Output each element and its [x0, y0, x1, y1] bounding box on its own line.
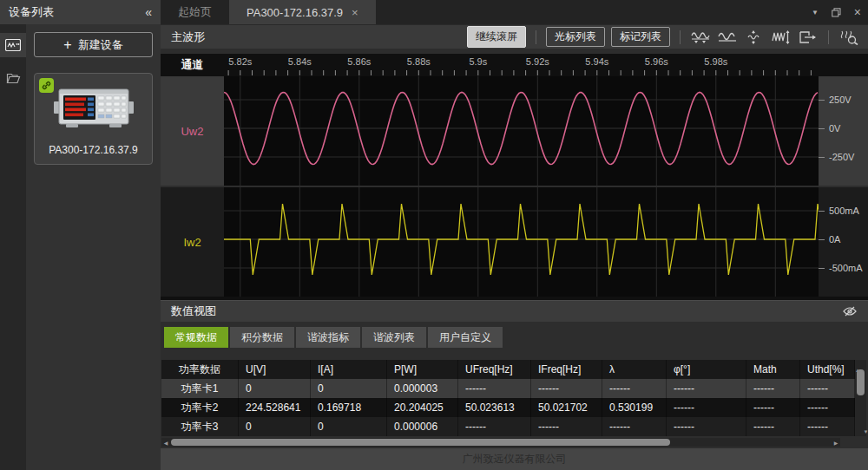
channel-label-iw2[interactable]: Iw2 — [161, 187, 224, 297]
window-menu-dropdown-icon[interactable]: ▼ — [812, 9, 819, 16]
hide-panel-eye-icon[interactable] — [842, 305, 858, 317]
window-restore-icon[interactable] — [832, 8, 841, 17]
numeric-tab-谐波列表[interactable]: 谐波列表 — [362, 327, 426, 348]
wave-zoom-icon[interactable] — [838, 29, 859, 45]
table-row-功率卡2[interactable]: 功率卡2224.5286410.16971820.20402550.023613… — [161, 398, 855, 417]
numeric-tab-积分数据[interactable]: 积分数据 — [230, 327, 294, 348]
horizontal-scrollbar-thumb[interactable] — [171, 439, 670, 446]
toolbar-separator — [680, 30, 681, 44]
column-header[interactable]: IFreq[Hz] — [531, 360, 602, 379]
column-header[interactable]: λ — [602, 360, 667, 379]
new-device-button[interactable]: + 新建设备 — [34, 32, 153, 57]
table-cell: 50.023613 — [458, 398, 531, 417]
status-bar: 广州致远仪器有限公司 — [161, 448, 868, 470]
tab-device-pa300[interactable]: PA300-172.16.37.9 × — [229, 0, 376, 24]
sidebar-icon-strip — [0, 24, 26, 470]
table-cell: 0 — [311, 379, 387, 398]
table-cell: ------ — [458, 379, 531, 398]
numeric-tab-谐波指标[interactable]: 谐波指标 — [296, 327, 360, 348]
device-list-panel: 设备列表 « + 新建设备 — [0, 0, 161, 470]
scale-tick-label: 500mA — [829, 206, 859, 216]
scale-tick-mark — [819, 100, 825, 101]
cursor-list-button[interactable]: 光标列表 — [546, 27, 605, 47]
table-cell: 功率卡1 — [161, 379, 239, 398]
plus-icon: + — [63, 38, 71, 52]
scale-tick-label: -500mA — [829, 263, 863, 273]
column-header[interactable]: φ[°] — [667, 360, 746, 379]
channel-plot-uw2[interactable] — [224, 76, 819, 186]
table-cell: ------ — [602, 417, 667, 436]
table-cell: 20.204025 — [387, 398, 458, 417]
channel-plot-iw2[interactable] — [224, 187, 819, 297]
device-card[interactable]: PA300-172.16.37.9 — [34, 73, 153, 165]
collapse-sidebar-icon[interactable]: « — [145, 5, 152, 19]
scroll-right-arrow[interactable]: ▶ — [832, 440, 840, 446]
vertical-scrollbar-thumb[interactable] — [857, 369, 865, 395]
device-image — [52, 84, 135, 134]
tab-close-icon[interactable]: × — [352, 6, 358, 19]
scroll-left-arrow[interactable]: ◀ — [161, 440, 170, 446]
column-header[interactable]: Uthd[%] — [800, 360, 855, 379]
waveform-toolbar: 主波形 继续滚屏 光标列表 标记列表 — [161, 24, 868, 49]
column-header[interactable]: U[V] — [239, 360, 311, 379]
wave-compress-horizontal-icon[interactable] — [771, 29, 792, 45]
numeric-tab-用户自定义[interactable]: 用户自定义 — [428, 327, 503, 348]
time-ruler-ticks — [161, 54, 868, 76]
time-tick-label: 5.9s — [469, 56, 487, 67]
channel-scale-iw2: 500mA0A-500mA — [819, 187, 868, 297]
scroll-down-arrow[interactable]: ▼ — [860, 428, 868, 436]
table-cell: ------ — [800, 398, 855, 417]
scale-tick-label: 0V — [829, 123, 840, 134]
export-icon[interactable] — [798, 29, 819, 45]
table-cell: ------ — [800, 379, 855, 398]
numeric-view-title: 数值视图 — [171, 304, 216, 319]
column-header[interactable]: 功率数据 — [161, 360, 239, 379]
device-list-title: 设备列表 — [9, 4, 54, 20]
column-header[interactable]: Math — [746, 360, 800, 379]
numeric-tab-常规数据[interactable]: 常规数据 — [164, 327, 228, 348]
scale-tick-label: -250V — [829, 152, 854, 162]
folder-icon[interactable] — [0, 66, 26, 90]
table-cell: 0.169718 — [311, 398, 387, 417]
table-cell: 224.528641 — [239, 398, 311, 417]
table-cell: 功率卡2 — [161, 398, 239, 417]
table-cell: 0 — [311, 417, 387, 436]
scale-tick-label: 250V — [829, 95, 852, 105]
device-name: PA300-172.16.37.9 — [35, 144, 152, 156]
scale-tick-mark — [819, 239, 825, 240]
wave-view-icon[interactable] — [717, 29, 738, 45]
waveform-monitor-icon[interactable] — [0, 33, 26, 57]
table-header-row: 功率数据U[V]I[A]P[W]UFreq[Hz]IFreq[Hz]λφ[°]M… — [161, 360, 855, 379]
time-tick-label: 5.98s — [704, 56, 727, 67]
time-tick-label: 5.84s — [288, 56, 312, 67]
time-tick-label: 5.86s — [347, 56, 371, 67]
table-row-功率卡3[interactable]: 功率卡3000.000006--------------------------… — [161, 417, 855, 436]
toolbar-separator — [536, 30, 536, 44]
marker-list-button[interactable]: 标记列表 — [611, 27, 670, 47]
table-cell: 0.000003 — [387, 379, 458, 398]
continue-scroll-button[interactable]: 继续滚屏 — [467, 26, 526, 48]
device-list-header: 设备列表 « — [0, 0, 161, 24]
column-header[interactable]: UFreq[Hz] — [458, 360, 531, 379]
table-cell: ------ — [667, 398, 746, 417]
window-close-icon[interactable]: × — [854, 5, 861, 19]
tab-start-page[interactable]: 起始页 — [161, 0, 229, 24]
table-row-功率卡1[interactable]: 功率卡1000.000003--------------------------… — [161, 379, 855, 398]
vertical-scrollbar[interactable]: ▲ ▼ — [855, 360, 866, 436]
column-header[interactable]: P[W] — [387, 360, 458, 379]
channel-label-uw2[interactable]: Uw2 — [161, 76, 224, 186]
new-device-label: 新建设备 — [78, 37, 123, 53]
wave-fit-vertical-icon[interactable] — [744, 29, 765, 45]
wave-cursor-measure-icon[interactable] — [690, 29, 711, 45]
table-cell: ------ — [746, 379, 800, 398]
horizontal-scrollbar[interactable]: ◀ ▶ — [161, 438, 840, 447]
scale-tick-label: 0A — [829, 234, 840, 245]
column-header[interactable]: I[A] — [311, 360, 387, 379]
numeric-view-header: 数值视图 — [161, 300, 868, 322]
table-cell: ------ — [667, 417, 746, 436]
time-ruler: 通道 5.82s5.84s5.86s5.88s5.9s5.92s5.94s5.9… — [161, 54, 868, 76]
table-cell: ------ — [667, 379, 746, 398]
table-cell: ------ — [800, 417, 855, 436]
time-tick-label: 5.88s — [407, 56, 431, 67]
table-cell: 0.530199 — [602, 398, 667, 417]
